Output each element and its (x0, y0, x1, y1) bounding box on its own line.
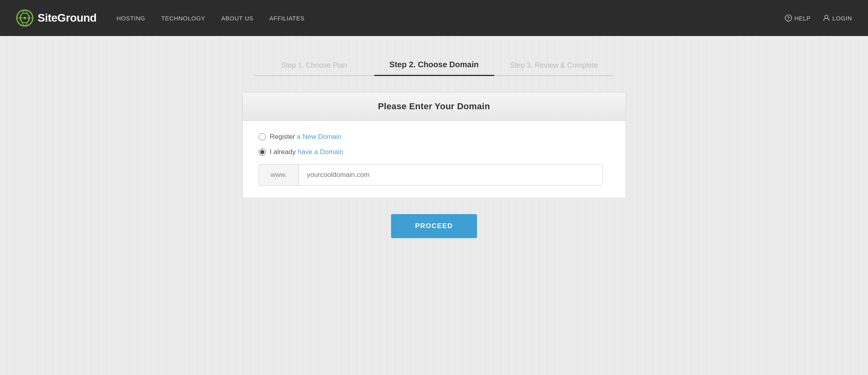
register-link[interactable]: a New Domain (297, 133, 342, 140)
nav-about-us[interactable]: ABOUT US (221, 15, 253, 22)
already-label: I already have a Domain (270, 148, 343, 156)
svg-point-6 (825, 15, 828, 18)
svg-point-3 (24, 17, 26, 19)
container: Step 1. Choose Plan Step 2. Choose Domai… (242, 60, 626, 238)
domain-card-title: Please Enter Your Domain (378, 101, 490, 111)
already-option: I already have a Domain (259, 148, 610, 156)
domain-card: Please Enter Your Domain Register a New … (242, 92, 626, 198)
step-2[interactable]: Step 2. Choose Domain (374, 60, 494, 76)
register-radio[interactable] (259, 133, 266, 140)
svg-text:?: ? (787, 16, 790, 20)
register-label: Register a New Domain (270, 133, 342, 141)
logo[interactable]: SiteGround (16, 9, 96, 27)
domain-prefix: www. (259, 164, 299, 185)
nav-hosting[interactable]: HOSTING (116, 15, 145, 22)
proceed-button[interactable]: PROCEED (391, 214, 477, 238)
domain-input-row: www. (259, 164, 603, 186)
help-link[interactable]: ? HELP (785, 14, 811, 22)
proceed-container: PROCEED (242, 214, 626, 238)
navbar-right: ? HELP LOGIN (785, 14, 852, 22)
already-radio[interactable] (259, 148, 266, 156)
nav-links: HOSTING TECHNOLOGY ABOUT US AFFILIATES (116, 15, 304, 22)
nav-affiliates[interactable]: AFFILIATES (269, 15, 305, 22)
login-link[interactable]: LOGIN (823, 14, 852, 22)
main-content: Step 1. Choose Plan Step 2. Choose Domai… (0, 36, 868, 375)
siteground-logo-icon (16, 9, 34, 27)
user-icon (823, 14, 830, 22)
steps-container: Step 1. Choose Plan Step 2. Choose Domai… (242, 60, 626, 76)
already-link[interactable]: have a Domain (297, 148, 343, 156)
step-1[interactable]: Step 1. Choose Plan (254, 61, 374, 76)
domain-card-body: Register a New Domain I already have a D… (243, 121, 626, 198)
step-3[interactable]: Step 3. Review & Complete (494, 61, 614, 76)
help-icon: ? (785, 14, 792, 22)
nav-technology[interactable]: TECHNOLOGY (161, 15, 205, 22)
navbar: SiteGround HOSTING TECHNOLOGY ABOUT US A… (0, 0, 868, 36)
logo-text: SiteGround (38, 12, 96, 24)
navbar-left: SiteGround HOSTING TECHNOLOGY ABOUT US A… (16, 9, 305, 27)
domain-card-header: Please Enter Your Domain (243, 92, 626, 121)
domain-input[interactable] (299, 164, 602, 185)
register-option: Register a New Domain (259, 133, 610, 141)
